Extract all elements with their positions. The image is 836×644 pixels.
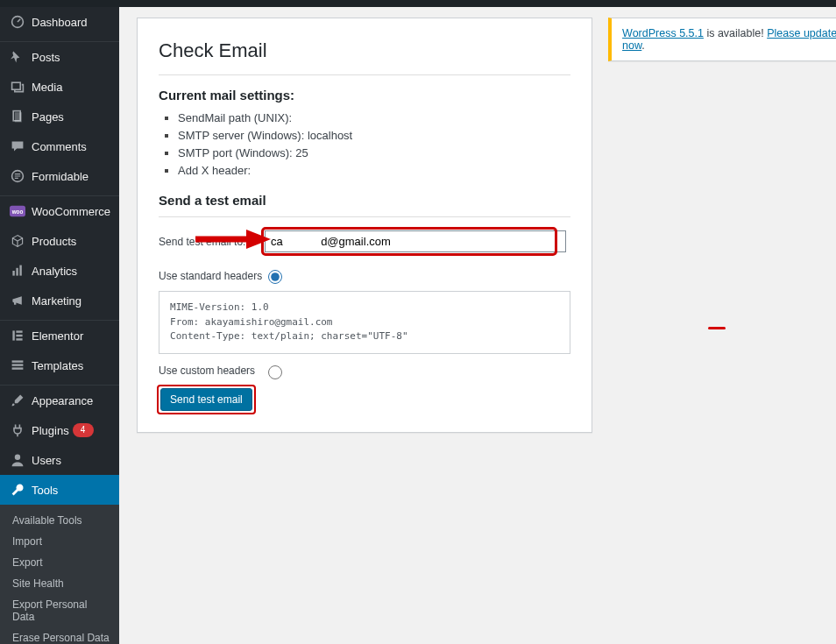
svg-rect-8 xyxy=(16,268,18,276)
update-notice: WordPress 5.5.1 is available! Please upd… xyxy=(608,18,836,61)
sidebar-item-templates[interactable]: Templates xyxy=(0,350,119,380)
sidebar-item-elementor[interactable]: Elementor xyxy=(0,321,119,350)
sidebar-item-appearance[interactable]: Appearance xyxy=(0,386,119,415)
settings-list: SendMail path (UNIX):SMTP server (Window… xyxy=(178,111,570,177)
sidebar-item-label: Formidable xyxy=(32,170,89,183)
sidebar-item-label: Posts xyxy=(32,51,60,64)
svg-text:woo: woo xyxy=(11,209,24,215)
sidebar-item-users[interactable]: Users xyxy=(0,445,119,475)
sidebar-item-label: Comments xyxy=(32,140,87,153)
elementor-icon xyxy=(9,327,26,344)
setting-value: 25 xyxy=(295,146,308,159)
custom-headers-label: Use custom headers xyxy=(159,364,264,377)
setting-row: SMTP port (Windows): 25 xyxy=(178,146,570,159)
sidebar-item-marketing[interactable]: Marketing xyxy=(0,286,119,315)
pin-icon xyxy=(9,48,26,66)
svg-rect-12 xyxy=(16,335,22,336)
sidebar-item-label: Plugins xyxy=(32,424,69,437)
check-email-card: Check Email Current mail settings: SendM… xyxy=(137,18,592,433)
submenu-item-site-health[interactable]: Site Health xyxy=(0,573,119,594)
divider xyxy=(159,74,570,75)
sidebar-item-label: Media xyxy=(32,81,62,94)
submenu-item-available-tools[interactable]: Available Tools xyxy=(0,510,119,531)
sidebar-item-label: Users xyxy=(32,454,61,467)
sidebar-item-label: Elementor xyxy=(32,329,83,343)
svg-rect-13 xyxy=(16,338,22,340)
submenu-item-erase-personal-data[interactable]: Erase Personal Data xyxy=(0,627,119,644)
svg-rect-14 xyxy=(12,360,24,362)
sidebar-item-label: Dashboard xyxy=(32,16,88,29)
test-email-input[interactable] xyxy=(265,230,566,252)
wordpress-version-link[interactable]: WordPress 5.5.1 xyxy=(622,27,704,39)
admin-sidebar: DashboardPostsMediaPagesCommentsFormidab… xyxy=(0,7,119,644)
page-icon xyxy=(9,108,26,125)
svg-rect-15 xyxy=(12,364,24,365)
setting-value: localhost xyxy=(308,129,352,142)
sidebar-item-label: Templates xyxy=(32,359,83,372)
sidebar-item-label: Tools xyxy=(32,484,58,497)
update-count-badge: 4 xyxy=(73,423,94,437)
sidebar-item-formidable[interactable]: Formidable xyxy=(0,161,119,191)
templates-icon xyxy=(9,357,26,374)
main-content: Check Email Current mail settings: SendM… xyxy=(119,7,836,644)
sidebar-item-analytics[interactable]: Analytics xyxy=(0,256,119,286)
svg-rect-9 xyxy=(19,265,21,276)
dashboard-icon xyxy=(9,13,26,31)
sidebar-item-label: WooCommerce xyxy=(32,205,110,218)
cube-icon xyxy=(9,232,26,250)
setting-key: Add X header: xyxy=(178,164,251,177)
send-heading: Send a test email xyxy=(159,193,570,208)
notice-tail: . xyxy=(641,39,644,52)
sidebar-item-label: Analytics xyxy=(32,265,77,278)
megaphone-icon xyxy=(9,292,26,309)
media-icon xyxy=(9,78,26,96)
submenu-item-export[interactable]: Export xyxy=(0,552,119,573)
sidebar-item-comments[interactable]: Comments xyxy=(0,131,119,161)
sidebar-item-label: Appearance xyxy=(32,394,93,407)
setting-key: SMTP server (Windows): xyxy=(178,129,304,142)
svg-rect-3 xyxy=(15,112,22,122)
headers-preview: MIME-Version: 1.0 From: akayamishiro@gma… xyxy=(159,291,570,354)
user-icon xyxy=(9,451,26,469)
svg-rect-1 xyxy=(12,82,21,89)
sidebar-item-label: Products xyxy=(32,235,76,248)
setting-row: SMTP server (Windows): localhost xyxy=(178,129,570,142)
woo-icon: woo xyxy=(9,202,26,220)
standard-headers-radio[interactable] xyxy=(268,270,282,284)
settings-heading: Current mail settings: xyxy=(159,88,570,103)
sidebar-item-label: Pages xyxy=(32,110,64,124)
setting-key: SMTP port (Windows): xyxy=(178,146,293,159)
sidebar-item-posts[interactable]: Posts xyxy=(0,42,119,72)
sidebar-item-plugins[interactable]: Plugins4 xyxy=(0,415,119,445)
notice-mid: is available! xyxy=(704,27,767,39)
submenu-item-export-personal-data[interactable]: Export Personal Data xyxy=(0,594,119,627)
sidebar-item-products[interactable]: Products xyxy=(0,226,119,256)
comment-icon xyxy=(9,138,26,155)
standard-headers-label: Use standard headers xyxy=(159,270,264,282)
formidable-icon xyxy=(9,167,26,185)
sidebar-item-pages[interactable]: Pages xyxy=(0,102,119,131)
sidebar-item-woocommerce[interactable]: wooWooCommerce xyxy=(0,196,119,226)
bars-icon xyxy=(9,262,26,280)
svg-rect-16 xyxy=(12,367,24,369)
brush-icon xyxy=(9,392,26,409)
send-test-email-button[interactable]: Send test email xyxy=(160,388,252,411)
sidebar-item-dashboard[interactable]: Dashboard xyxy=(0,7,119,37)
setting-key: SendMail path (UNIX): xyxy=(178,111,292,124)
setting-row: SendMail path (UNIX): xyxy=(178,111,570,124)
svg-rect-7 xyxy=(12,271,14,276)
svg-rect-11 xyxy=(16,330,22,332)
send-to-label: Send test email to: xyxy=(159,236,264,248)
sidebar-item-label: Marketing xyxy=(32,294,81,308)
svg-point-17 xyxy=(15,455,20,460)
submenu-item-import[interactable]: Import xyxy=(0,531,119,552)
wrench-icon xyxy=(9,481,26,499)
sidebar-item-media[interactable]: Media xyxy=(0,72,119,102)
setting-row: Add X header: xyxy=(178,164,570,177)
custom-headers-radio[interactable] xyxy=(268,365,282,379)
sidebar-item-tools[interactable]: Tools xyxy=(0,475,119,505)
red-mark-annotation xyxy=(708,327,726,329)
tools-submenu: Available ToolsImportExportSite HealthEx… xyxy=(0,505,119,644)
page-title: Check Email xyxy=(159,39,570,62)
svg-rect-10 xyxy=(12,330,14,340)
